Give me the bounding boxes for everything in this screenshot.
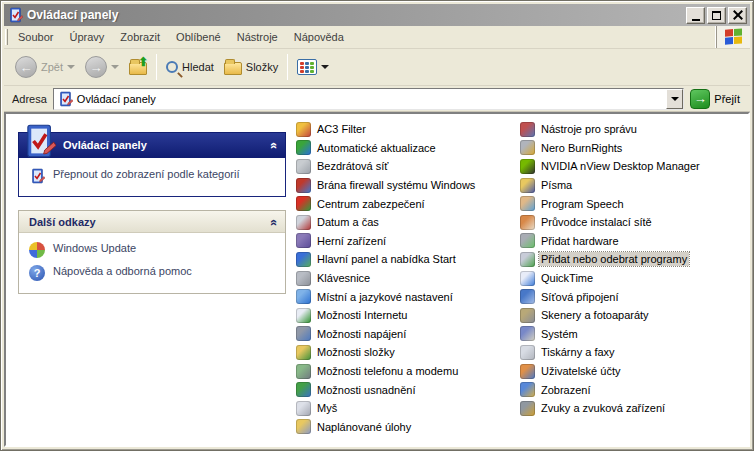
- up-folder-icon: ⬆: [129, 62, 147, 75]
- control-panel-item-zobrazeni[interactable]: Zobrazení: [520, 380, 750, 399]
- control-panel-item-label: Tiskárny a faxy: [539, 345, 617, 359]
- fonts-folder-icon: [520, 178, 535, 193]
- control-panel-item-pisma[interactable]: Písma: [520, 176, 750, 195]
- control-panel-item-label: Místní a jazykové nastavení: [315, 290, 455, 304]
- menu-bar-items: SouborÚpravyZobrazitOblíbenéNástrojeNápo…: [10, 26, 716, 48]
- control-panel-item-tiskarny-a-faxy[interactable]: Tiskárny a faxy: [520, 343, 750, 362]
- control-panel-item-mys[interactable]: Myš: [296, 399, 521, 418]
- control-panel-item-brana-firewall-systemu-windows[interactable]: Brána firewall systému Windows: [296, 176, 521, 195]
- panel-header-see-also[interactable]: Další odkazy «: [19, 211, 285, 233]
- search-icon: [166, 61, 178, 73]
- control-panel-item-sitova-pripojeni[interactable]: Síťová připojení: [520, 287, 750, 306]
- back-arrow-icon: ←: [15, 56, 37, 78]
- title-bar[interactable]: Ovládací panely: [4, 4, 750, 26]
- control-panel-items-column-1: AC3 FilterAutomatické aktualizaceBezdrát…: [296, 120, 521, 436]
- control-panel-item-ac3-filter[interactable]: AC3 Filter: [296, 120, 521, 139]
- control-panel-item-pridat-hardware[interactable]: Přidat hardware: [520, 232, 750, 251]
- go-label: Přejít: [714, 93, 740, 105]
- control-panel-item-label: Naplánované úlohy: [315, 420, 413, 434]
- control-panel-item-moznosti-internetu[interactable]: Možnosti Internetu: [296, 306, 521, 325]
- control-panel-item-pruvodce-instalaci-site[interactable]: Průvodce instalací sítě: [520, 213, 750, 232]
- control-panel-item-pridat-nebo-odebrat-programy[interactable]: Přidat nebo odebrat programy: [520, 250, 750, 269]
- control-panel-item-datum-a-cas[interactable]: Datum a čas: [296, 213, 521, 232]
- control-panel-item-label: Automatické aktualizace: [315, 141, 438, 155]
- control-panel-item-moznosti-telefonu-a-modemu[interactable]: Možnosti telefonu a modemu: [296, 362, 521, 381]
- control-panel-icon: [29, 168, 45, 184]
- maximize-button[interactable]: [707, 7, 726, 24]
- control-panel-item-hlavni-panel-a-nabidka-start[interactable]: Hlavní panel a nabídka Start: [296, 250, 521, 269]
- control-panel-item-system[interactable]: Systém: [520, 325, 750, 344]
- internet-options-icon: [296, 308, 311, 323]
- panel-title: Ovládací panely: [63, 139, 147, 151]
- control-panel-item-program-speech[interactable]: Program Speech: [520, 194, 750, 213]
- nvidia-nview-icon: [520, 159, 535, 174]
- nero-burnrights-icon: [520, 140, 535, 155]
- forward-dropdown-icon[interactable]: [111, 65, 119, 73]
- back-dropdown-icon[interactable]: [67, 65, 75, 73]
- chevron-up-icon[interactable]: «: [267, 219, 281, 225]
- control-panel-item-moznosti-slozky[interactable]: Možnosti složky: [296, 343, 521, 362]
- printers-faxes-icon: [520, 345, 535, 360]
- control-panel-item-label: Písma: [539, 178, 574, 192]
- search-button[interactable]: Hledat: [161, 58, 219, 76]
- control-panel-item-mistni-a-jazykove-nastaveni[interactable]: Místní a jazykové nastavení: [296, 287, 521, 306]
- forward-button[interactable]: →: [80, 53, 124, 81]
- close-button[interactable]: [728, 7, 747, 24]
- switch-to-category-view-link[interactable]: Přepnout do zobrazení podle kategorií: [29, 168, 277, 184]
- control-panel-item-label: Zobrazení: [539, 383, 593, 397]
- panel-header-control-panel[interactable]: Ovládací panely «: [18, 132, 286, 158]
- control-panel-item-nastroje-pro-spravu[interactable]: Nástroje pro správu: [520, 120, 750, 139]
- control-panel-item-moznosti-napajeni[interactable]: Možnosti napájení: [296, 325, 521, 344]
- control-panel-item-automaticke-aktualizace[interactable]: Automatické aktualizace: [296, 139, 521, 158]
- control-panel-item-moznosti-usnadneni[interactable]: Možnosti usnadnění: [296, 380, 521, 399]
- control-panel-item-bezdratova-sit[interactable]: Bezdrátová síť: [296, 157, 521, 176]
- control-panel-item-label: NVIDIA nView Desktop Manager: [539, 159, 702, 173]
- menu-item-oblibene[interactable]: Oblíbené: [168, 28, 229, 46]
- power-options-icon: [296, 326, 311, 341]
- control-panel-item-nero-burnrights[interactable]: Nero BurnRights: [520, 139, 750, 158]
- help-and-support-link[interactable]: ? Nápověda a odborná pomoc: [29, 265, 277, 281]
- panel-body: Windows Update ? Nápověda a odborná pomo…: [19, 233, 285, 293]
- control-panel-item-label: Možnosti usnadnění: [315, 383, 417, 397]
- control-panel-item-nvidia-nview-desktop-manager[interactable]: NVIDIA nView Desktop Manager: [520, 157, 750, 176]
- minimize-button[interactable]: [686, 7, 705, 24]
- accessibility-options-icon: [296, 382, 311, 397]
- sidebar-panel-see-also: Další odkazy « Windows Update ? Nápověda…: [18, 210, 286, 294]
- windows-logo-box: [716, 26, 750, 48]
- menu-grip[interactable]: [5, 29, 8, 45]
- control-panel-item-label: Síťová připojení: [539, 290, 621, 304]
- windows-update-link[interactable]: Windows Update: [29, 242, 277, 258]
- forward-arrow-icon: →: [85, 56, 107, 78]
- control-panel-item-uzivatelske-ucty[interactable]: Uživatelské účty: [520, 362, 750, 381]
- up-button[interactable]: ⬆: [124, 56, 152, 78]
- control-panel-item-skenery-a-fotoaparaty[interactable]: Skenery a fotoaparáty: [520, 306, 750, 325]
- address-input[interactable]: Ovládací panely: [53, 88, 684, 110]
- taskbar-start-menu-icon: [296, 252, 311, 267]
- control-panel-item-naplanovane-ulohy[interactable]: Naplánované úlohy: [296, 418, 521, 437]
- control-panel-item-centrum-zabezpeceni[interactable]: Centrum zabezpečení: [296, 194, 521, 213]
- menu-item-napoveda[interactable]: Nápověda: [286, 28, 352, 46]
- views-dropdown-icon[interactable]: [321, 65, 329, 73]
- folders-button[interactable]: Složky: [219, 56, 283, 78]
- control-panel-item-quicktime[interactable]: QuickTime: [520, 269, 750, 288]
- address-dropdown-button[interactable]: [666, 89, 683, 109]
- control-panel-item-klavesnice[interactable]: Klávesnice: [296, 269, 521, 288]
- control-panel-item-herni-zarizeni[interactable]: Herní zařízení: [296, 232, 521, 251]
- control-panel-item-label: Přidat nebo odebrat programy: [539, 252, 689, 266]
- control-panel-item-label: Centrum zabezpečení: [315, 197, 427, 211]
- window-title: Ovládací panely: [27, 8, 682, 22]
- control-panel-item-zvuky-a-zvukova-zarizeni[interactable]: Zvuky a zvuková zařízení: [520, 399, 750, 418]
- menu-item-upravy[interactable]: Úpravy: [61, 28, 112, 46]
- back-button[interactable]: ← Zpět: [10, 53, 80, 81]
- chevron-up-icon[interactable]: «: [267, 142, 281, 148]
- control-panel-item-label: Skenery a fotoaparáty: [539, 308, 651, 322]
- menu-item-zobrazit[interactable]: Zobrazit: [112, 28, 168, 46]
- dropdown-triangle-icon: [671, 97, 679, 105]
- go-button[interactable]: → Přejít: [684, 89, 746, 109]
- system-icon: [520, 326, 535, 341]
- add-remove-programs-icon: [520, 252, 535, 267]
- menu-item-soubor[interactable]: Soubor: [10, 28, 61, 46]
- maximize-icon: [712, 11, 721, 20]
- menu-item-nastroje[interactable]: Nástroje: [229, 28, 286, 46]
- views-button[interactable]: [292, 56, 334, 78]
